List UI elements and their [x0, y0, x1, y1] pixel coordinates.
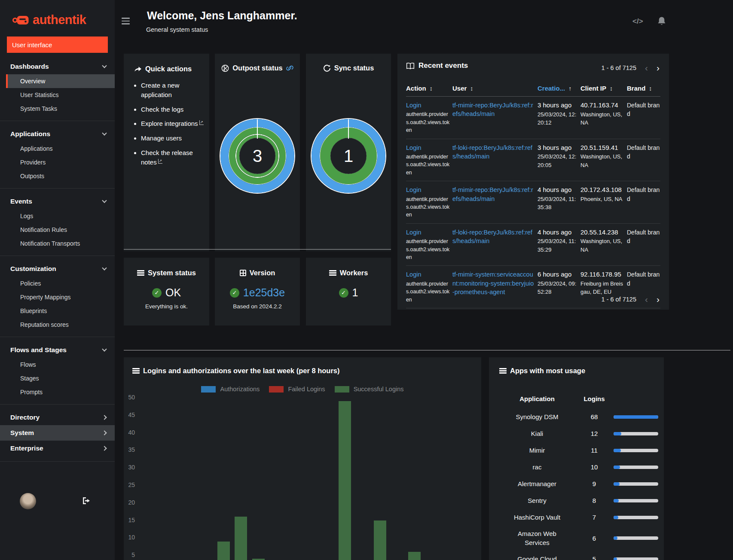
usage-progress-bar [614, 449, 658, 452]
sidebar-item-user-statistics[interactable]: User Statistics [6, 88, 115, 102]
nav-item-label: Logs [20, 213, 33, 219]
sort-icon[interactable]: ↕ [430, 85, 433, 92]
sort-icon[interactable]: ↕ [470, 85, 473, 92]
sidebar-section-flows-and-stages[interactable]: Flows and Stages [0, 342, 115, 358]
sidebar-item-logs[interactable]: Logs [6, 209, 115, 223]
link-icon[interactable] [286, 64, 293, 72]
divider [0, 404, 115, 405]
nav-item-label: Property Mappings [20, 294, 71, 301]
column-header-action[interactable]: Action↕ [406, 85, 451, 92]
version-link[interactable]: 1e25d3e [243, 286, 285, 299]
event-client-ip: 20.55.14.238 [580, 228, 625, 237]
sidebar-item-providers[interactable]: Providers [6, 155, 115, 169]
app-usage-row: Amazon Web Services 6 [499, 526, 654, 551]
sidebar-item-flows[interactable]: Flows [6, 358, 115, 371]
chart-legend: Authorizations Failed Logins Successful … [124, 386, 481, 393]
quick-action-create-application[interactable]: Create a new application [141, 81, 209, 100]
pagination-prev-icon[interactable]: ‹ [645, 295, 648, 304]
app-login-count: 68 [575, 413, 614, 420]
user-interface-button[interactable]: User interface [7, 37, 108, 53]
sidebar-section-customization[interactable]: Customization [0, 261, 115, 277]
event-user-link[interactable]: tf-mimir-system:serviceaccount:monitorin… [452, 270, 536, 304]
event-time-ago: 4 hours ago [538, 228, 579, 237]
app-login-count: 6 [575, 535, 614, 542]
outpost-status-card: Outpost status 3 [215, 54, 300, 251]
divider [0, 121, 115, 121]
y-axis-tick: 15 [124, 517, 135, 523]
sidebar-toggle-icon[interactable] [122, 18, 130, 26]
external-link-icon: ↗ [199, 120, 204, 125]
sidebar-item-stages[interactable]: Stages [6, 371, 115, 385]
event-action-link[interactable]: Login [406, 271, 421, 278]
api-code-icon[interactable]: </> [632, 17, 643, 26]
notifications-bell-icon[interactable] [657, 16, 666, 27]
sidebar-section-enterprise[interactable]: Enterprise [0, 441, 115, 456]
sidebar-item-applications[interactable]: Applications [6, 142, 115, 155]
event-datetime: 25/03/2024, 11:35:38 [538, 195, 579, 212]
sidebar-item-overview[interactable]: Overview [6, 74, 115, 88]
chevron-right-icon [102, 430, 107, 435]
page-subtitle: General system status [146, 26, 208, 33]
app-name: Synology DSM [516, 412, 558, 421]
event-user-link[interactable]: tf-mimir-repo:BeryJu/k8s:ref:refs/heads/… [452, 101, 536, 134]
sidebar-item-property-mappings[interactable]: Property Mappings [6, 290, 115, 304]
sidebar-section-applications[interactable]: Applications [0, 126, 115, 142]
event-action-link[interactable]: Login [406, 144, 421, 151]
pagination-range: 1 - 6 of 7125 [602, 296, 636, 303]
chevron-right-icon [102, 415, 107, 420]
y-axis-tick: 20 [124, 499, 135, 506]
sidebar-item-prompts[interactable]: Prompts [6, 385, 115, 399]
column-header-user[interactable]: User↕ [452, 85, 536, 92]
event-action-link[interactable]: Login [406, 186, 421, 193]
y-axis-tick: 35 [124, 446, 135, 453]
system-status-description: Everything is ok. [124, 303, 209, 310]
app-usage-row: Mimir 11 [499, 442, 654, 459]
sidebar-item-blueprints[interactable]: Blueprints [6, 304, 115, 318]
event-row: Loginauthentik.providers.oauth2.views.to… [406, 181, 660, 224]
share-arrow-icon [134, 66, 142, 72]
workers-card: Workers ✓ 1 [306, 258, 391, 326]
column-header-brand[interactable]: Brand↕ [627, 85, 660, 92]
pagination-next-icon[interactable]: › [657, 63, 660, 72]
column-header-client-ip[interactable]: Client IP↕ [580, 85, 625, 92]
app-name: Alertmanager [518, 479, 556, 488]
quick-action-release-notes[interactable]: Check the release notes↗ [141, 148, 209, 167]
sidebar-section-system[interactable]: System [0, 425, 115, 441]
event-user-link[interactable]: tf-loki-repo:BeryJu/k8s:ref:refs/heads/m… [452, 228, 536, 262]
sort-icon[interactable]: ↕ [649, 85, 652, 92]
usage-progress-bar [614, 516, 658, 519]
user-avatar[interactable] [20, 493, 36, 509]
outpost-status-header: Outpost status [215, 64, 300, 72]
sidebar-item-notification-transports[interactable]: Notification Transports [6, 237, 115, 250]
chevron-right-icon [102, 446, 107, 450]
usage-progress-bar [614, 557, 658, 560]
sidebar-item-outposts[interactable]: Outposts [6, 169, 115, 183]
workers-header: Workers [306, 269, 391, 277]
app-login-count: 5 [575, 555, 614, 560]
sort-asc-icon[interactable]: ↑ [568, 85, 571, 92]
event-user-link[interactable]: tf-mimir-repo:BeryJu/k8s:ref:refs/heads/… [452, 186, 536, 219]
server-icon [137, 270, 144, 276]
sidebar-item-system-tasks[interactable]: System Tasks [6, 102, 115, 116]
sidebar-section-events[interactable]: Events [0, 194, 115, 209]
usage-progress-bar [614, 499, 658, 502]
chevron-down-icon [102, 265, 107, 270]
quick-action-explore-integrations[interactable]: Explore integrations↗ [141, 119, 209, 128]
quick-action-check-logs[interactable]: Check the logs [141, 105, 209, 114]
sort-icon[interactable]: ↕ [610, 85, 613, 92]
event-action-link[interactable]: Login [406, 229, 421, 236]
sidebar-item-policies[interactable]: Policies [6, 277, 115, 290]
column-header-creation-date[interactable]: Creatio...↑ [538, 85, 579, 92]
sidebar-item-reputation-scores[interactable]: Reputation scores [6, 318, 115, 332]
event-user-link[interactable]: tf-loki-repo:BeryJu/k8s:ref:refs/heads/m… [452, 143, 536, 177]
app-name: rac [533, 463, 542, 472]
section-label: Enterprise [10, 444, 43, 452]
sidebar-item-notification-rules[interactable]: Notification Rules [6, 223, 115, 237]
pagination-next-icon[interactable]: › [657, 295, 660, 304]
quick-action-manage-users[interactable]: Manage users [141, 134, 209, 143]
pagination-prev-icon[interactable]: ‹ [645, 63, 648, 72]
sidebar-section-dashboards[interactable]: Dashboards [0, 59, 115, 74]
event-action-link[interactable]: Login [406, 102, 421, 109]
logout-icon[interactable] [82, 496, 91, 505]
sidebar-section-directory[interactable]: Directory [0, 410, 115, 425]
